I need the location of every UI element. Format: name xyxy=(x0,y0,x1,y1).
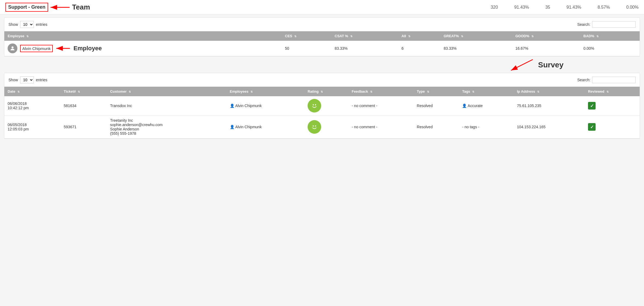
team-search-label: Search: xyxy=(577,22,590,27)
employee-annotation-label: Employee xyxy=(73,45,102,52)
type-cell: Resolved xyxy=(414,115,459,139)
col-tags[interactable]: Tags ⇅ xyxy=(459,87,513,96)
top-row: Support - Green Team 320 91.43% 35 91.43… xyxy=(0,0,644,15)
team-show-select[interactable]: 10 25 50 xyxy=(20,21,34,28)
col-date[interactable]: Date ⇅ xyxy=(4,87,60,96)
col-ticket[interactable]: Ticket# ⇅ xyxy=(60,87,107,96)
svg-point-2 xyxy=(11,46,13,48)
survey-table-body: 06/06/201810:42:12 pm 581634 Transdox In… xyxy=(4,96,640,139)
svg-line-6 xyxy=(511,60,533,70)
team-table-header: Employee ⇅ CES ⇅ CSAT % ⇅ All ⇅ GREAT% ⇅… xyxy=(4,31,640,41)
svg-point-8 xyxy=(313,104,314,105)
survey-table-header: Date ⇅ Ticket# ⇅ Customer ⇅ Employees ⇅ … xyxy=(4,87,640,96)
sort-icon: ⇅ xyxy=(606,90,609,93)
sort-icon: ⇅ xyxy=(250,90,253,93)
team-table-body: Alvin Chipmunk Employee 50 83.33% 6 xyxy=(4,41,640,56)
sort-icon: ⇅ xyxy=(461,35,463,38)
sort-icon: ⇅ xyxy=(408,35,410,38)
col-ip[interactable]: Ip Address ⇅ xyxy=(514,87,585,96)
ip-cell: 75.61.105.235 xyxy=(514,96,585,115)
all-value: 6 xyxy=(398,41,440,56)
good-value: 16.67% xyxy=(512,41,580,56)
svg-point-11 xyxy=(313,126,314,127)
sort-icon: ⇅ xyxy=(294,35,296,38)
reviewed-cell: ✓ xyxy=(585,115,640,139)
survey-search-label: Search: xyxy=(577,78,590,82)
smiley-icon xyxy=(310,102,318,110)
person-icon: 👤 xyxy=(230,125,234,129)
col-all[interactable]: All ⇅ xyxy=(398,31,440,41)
reviewed-checkmark: ✓ xyxy=(588,123,596,131)
col-employees[interactable]: Employees ⇅ xyxy=(227,87,304,96)
rating-circle xyxy=(308,99,321,113)
survey-label: Survey xyxy=(538,61,564,69)
col-ces[interactable]: CES ⇅ xyxy=(282,31,332,41)
team-section: Show 10 25 50 entries Search: Employee ⇅… xyxy=(4,17,640,57)
date-cell: 06/06/201810:42:12 pm xyxy=(4,96,60,115)
col-bad[interactable]: BAD% ⇅ xyxy=(580,31,640,41)
sort-icon: ⇅ xyxy=(537,90,539,93)
col-rating[interactable]: Rating ⇅ xyxy=(304,87,348,96)
survey-search-input[interactable] xyxy=(592,77,636,83)
feedback-cell: - no comment - xyxy=(348,96,413,115)
team-name[interactable]: Support - Green xyxy=(5,3,48,12)
rating-circle xyxy=(308,120,321,134)
col-type[interactable]: Type ⇅ xyxy=(414,87,459,96)
survey-section: Survey Show 10 25 50 entries Search: Dat… xyxy=(4,73,640,139)
sort-icon: ⇅ xyxy=(350,35,352,38)
stat-good: 8.57% xyxy=(597,5,610,10)
stat-csat: 91.43% xyxy=(514,5,529,10)
svg-point-12 xyxy=(315,126,316,127)
sort-icon: ⇅ xyxy=(78,90,80,93)
col-employee[interactable]: Employee ⇅ xyxy=(4,31,282,41)
ces-value: 50 xyxy=(282,41,332,56)
team-search-input[interactable] xyxy=(592,21,636,28)
team-label: Team xyxy=(72,3,90,11)
sort-icon: ⇅ xyxy=(26,35,29,38)
stat-all: 35 xyxy=(545,5,550,10)
reviewed-checkmark: ✓ xyxy=(588,102,596,110)
ticket-cell: 593671 xyxy=(60,115,107,139)
survey-annotation: Survey xyxy=(508,58,564,72)
survey-show-label: Show xyxy=(8,78,18,82)
person-icon: 👤 xyxy=(230,104,234,108)
svg-point-10 xyxy=(311,123,318,131)
tags-cell: - no tags - xyxy=(459,115,513,139)
table-row: 06/05/201812:05:03 pm 593671 Treetanity … xyxy=(4,115,640,139)
csat-value: 83.33% xyxy=(332,41,398,56)
survey-table: Date ⇅ Ticket# ⇅ Customer ⇅ Employees ⇅ … xyxy=(4,87,640,139)
survey-show-select[interactable]: 10 25 50 xyxy=(20,76,34,83)
rating-cell xyxy=(304,96,348,115)
rating-cell xyxy=(304,115,348,139)
top-stats: 320 91.43% 35 91.43% 8.57% 0.00% xyxy=(491,5,639,10)
col-feedback[interactable]: Feedback ⇅ xyxy=(348,87,413,96)
sort-icon: ⇅ xyxy=(370,90,372,93)
table-row: Alvin Chipmunk Employee 50 83.33% 6 xyxy=(4,41,640,56)
svg-point-9 xyxy=(315,104,316,105)
col-customer[interactable]: Customer ⇅ xyxy=(107,87,227,96)
great-value: 83.33% xyxy=(440,41,512,56)
sort-icon: ⇅ xyxy=(321,90,323,93)
team-table-controls: Show 10 25 50 entries Search: xyxy=(4,18,640,31)
col-reviewed[interactable]: Reviewed ⇅ xyxy=(585,87,640,96)
col-csat[interactable]: CSAT % ⇅ xyxy=(332,31,398,41)
bad-value: 0.00% xyxy=(580,41,640,56)
table-row: 06/06/201810:42:12 pm 581634 Transdox In… xyxy=(4,96,640,115)
reviewed-cell: ✓ xyxy=(585,96,640,115)
survey-entries-label: entries xyxy=(36,78,47,82)
col-good[interactable]: GOOD% ⇅ xyxy=(512,31,580,41)
team-table: Employee ⇅ CES ⇅ CSAT % ⇅ All ⇅ GREAT% ⇅… xyxy=(4,31,640,56)
tags-cell: 👤 Accurate xyxy=(459,96,513,115)
ticket-cell: 581634 xyxy=(60,96,107,115)
stat-bad: 0.00% xyxy=(626,5,639,10)
svg-point-7 xyxy=(311,102,318,110)
survey-arrow-icon xyxy=(508,58,535,72)
person-icon: 👤 xyxy=(462,104,467,108)
ip-cell: 104.153.224.165 xyxy=(514,115,585,139)
sort-icon: ⇅ xyxy=(472,90,474,93)
team-entries-label: entries xyxy=(36,22,47,27)
stat-ces: 320 xyxy=(491,5,498,10)
employee-cell: Alvin Chipmunk Employee xyxy=(4,41,282,56)
team-annotation: Support - Green Team xyxy=(5,3,90,12)
col-great[interactable]: GREAT% ⇅ xyxy=(440,31,512,41)
